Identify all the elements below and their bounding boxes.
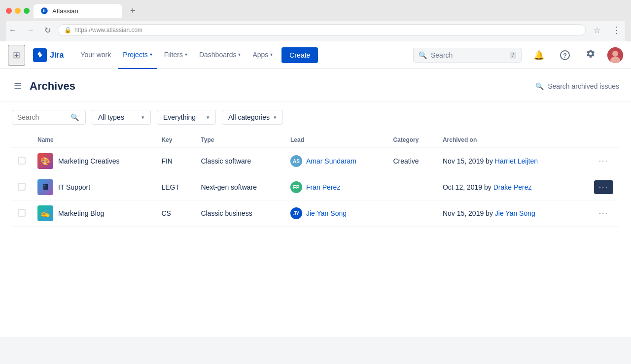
row-lead-cell: JY Jie Yan Song [284,200,387,227]
lead-avatar: JY [290,207,302,219]
forward-button[interactable]: → [24,24,37,36]
nav-projects[interactable]: Projects ▾ [118,41,157,69]
nav-apps[interactable]: Apps ▾ [247,41,278,69]
header-key: Key [155,132,195,148]
header-lead: Lead [284,132,387,148]
categories-filter-label: All categories [228,113,270,121]
notifications-button[interactable]: 🔔 [529,46,548,65]
everything-filter[interactable]: Everything ▾ [157,110,216,125]
table-body: 🎨 Marketing Creatives FIN Classic softwa… [12,148,619,227]
archived-by-link[interactable]: Drake Perez [493,183,532,191]
project-icon: 🎨 [37,153,53,169]
row-action-cell[interactable]: ··· [578,148,619,174]
type-filter[interactable]: All types ▾ [92,110,151,125]
table-row: ✍ Marketing Blog CS Classic business JY … [12,200,619,227]
archives-title-area: ☰ Archives [12,79,75,94]
row-key-cell: LEGT [155,174,195,200]
tab-title: Atlassian [52,7,78,15]
back-button[interactable]: ← [6,24,20,36]
jira-icon [35,51,44,60]
row-action-cell[interactable]: ··· [578,200,619,227]
row-checkbox-cell[interactable] [12,174,32,200]
user-avatar[interactable] [607,47,623,63]
row-checkbox[interactable] [18,183,26,191]
row-archived-cell: Nov 15, 2019 by Jie Yan Song [437,200,578,227]
project-name-container: 🖥 IT Support [37,179,149,195]
filters-caret: ▾ [185,52,187,57]
avatar-image [607,47,623,63]
row-name-cell: 🎨 Marketing Creatives [32,148,155,174]
refresh-button[interactable]: ↻ [41,24,54,37]
row-lead-cell: FP Fran Perez [284,174,387,200]
row-more-button[interactable]: ··· [594,206,613,220]
header-type: Type [195,132,284,148]
row-checkbox-cell[interactable] [12,200,32,227]
header-category: Category [387,132,436,148]
row-category-cell: Creative [387,148,436,174]
minimize-dot[interactable] [15,8,21,14]
archives-header: ☰ Archives 🔍 Search archived issues [0,69,631,102]
global-search-bar[interactable]: 🔍 Search / [413,48,522,63]
row-action-cell[interactable]: ··· [578,174,619,200]
maximize-dot[interactable] [24,8,30,14]
row-more-button[interactable]: ··· [594,154,613,168]
search-input[interactable] [17,113,67,121]
address-bar[interactable]: 🔒 https://www.atlassian.com [58,24,586,36]
row-checkbox[interactable] [18,209,26,217]
row-lead-cell: AS Amar Sundaram [284,148,387,174]
table-header: Name Key Type Lead Category Archived on [12,132,619,148]
jira-logo-text: Jira [50,51,64,60]
lead-avatar: FP [290,181,302,193]
header-actions [578,132,619,148]
search-archived-icon: 🔍 [535,82,544,90]
jira-logo: Jira [33,48,64,62]
svg-point-1 [612,51,618,57]
dashboards-caret: ▾ [238,52,241,57]
lead-name-link[interactable]: Fran Perez [306,183,340,191]
sidebar-toggle-button[interactable]: ☰ [12,79,24,94]
row-checkbox[interactable] [18,157,26,165]
header-archived-on: Archived on [437,132,578,148]
settings-button[interactable] [582,45,599,65]
row-checkbox-cell[interactable] [12,148,32,174]
nav-filters[interactable]: Filters ▾ [159,41,192,69]
row-archived-cell: Oct 12, 2019 by Drake Perez [437,174,578,200]
type-filter-caret: ▾ [141,114,144,121]
row-more-button[interactable]: ··· [594,180,613,194]
search-archived-button[interactable]: 🔍 Search archived issues [535,82,619,90]
search-filter-icon: 🔍 [70,113,79,121]
url-text: https://www.atlassian.com [74,27,142,33]
everything-filter-label: Everything [163,113,196,121]
nav-your-work[interactable]: Your work [75,41,116,69]
create-button[interactable]: Create [281,47,318,63]
lead-name-link[interactable]: Amar Sundaram [306,157,356,165]
main-nav: Your work Projects ▾ Filters ▾ Dashboard… [75,41,318,69]
help-button[interactable]: ? [556,46,574,64]
project-name-container: 🎨 Marketing Creatives [37,153,149,169]
categories-filter[interactable]: All categories ▾ [222,110,283,125]
row-type-cell: Classic software [195,148,284,174]
close-dot[interactable] [6,8,12,14]
bookmark-button[interactable]: ☆ [590,24,604,37]
archived-by-link[interactable]: Jie Yan Song [495,209,535,217]
type-filter-label: All types [98,113,124,121]
row-category-cell [387,174,436,200]
archived-by-link[interactable]: Harriet Leijten [495,157,538,165]
row-archived-cell: Nov 15, 2019 by Harriet Leijten [437,148,578,174]
app-switcher-button[interactable]: ⊞ [8,45,25,66]
lead-name-link[interactable]: Jie Yan Song [306,209,347,217]
nav-dashboards[interactable]: Dashboards ▾ [194,41,246,69]
new-tab-button[interactable]: + [126,6,140,16]
table-row: 🖥 IT Support LEGT Next-gen software FP F… [12,174,619,200]
project-icon: 🖥 [37,179,53,195]
projects-caret: ▾ [150,52,152,57]
row-name-cell: ✍ Marketing Blog [32,200,155,227]
filters-row: 🔍 All types ▾ Everything ▾ All categorie… [0,102,631,132]
project-name: Marketing Creatives [58,157,120,165]
browser-tab[interactable]: Atlassian [34,4,122,18]
lock-icon: 🔒 [64,27,71,33]
search-shortcut-badge: / [510,52,516,59]
browser-menu-button[interactable]: ⋮ [608,23,625,37]
search-filter[interactable]: 🔍 [12,110,86,125]
app-container: ⊞ Jira Your work Projects ▾ Filters ▾ D [0,41,631,337]
